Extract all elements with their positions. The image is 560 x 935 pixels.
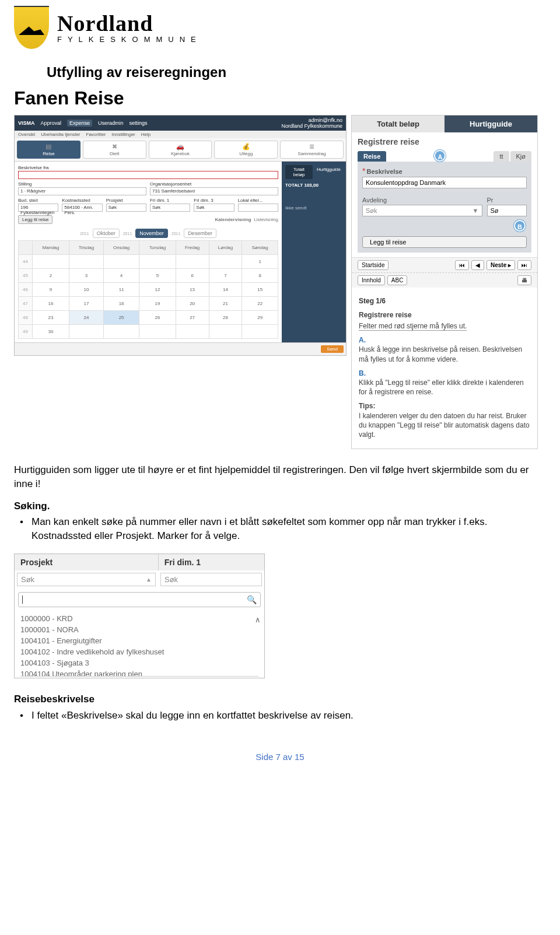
nav-first[interactable]: ⏮	[455, 260, 469, 270]
budsted-input[interactable]: 196 Fylkestannlegen	[18, 204, 58, 212]
brand-name: Nordland	[57, 12, 202, 34]
list-item[interactable]: 1004104 Uteområder parkering plen	[20, 668, 258, 677]
beskrivelse-input[interactable]	[18, 171, 278, 179]
app-brand: VISMA	[18, 120, 35, 126]
guide-beskrivelse-input[interactable]: Konsulentoppdrag Danmark	[362, 177, 527, 188]
drop-sok-dim1[interactable]: Søk	[160, 573, 262, 586]
calendar[interactable]: MandagTirsdagOnsdag TorsdagFredagLørdagS…	[18, 240, 278, 339]
view-kalender[interactable]: Kalendervisning	[215, 217, 251, 222]
marker-a-icon: A	[434, 150, 446, 162]
book-icon: ▤	[19, 143, 79, 150]
guide-legg-til-button[interactable]: Legg til reise	[362, 236, 527, 248]
legg-til-reise-button[interactable]: Legg til reise	[18, 215, 52, 224]
guide-tab-total[interactable]: Totalt beløp	[352, 115, 444, 132]
guide-subtab-other[interactable]: tt	[494, 151, 509, 162]
month-prev[interactable]: Oktober	[93, 229, 120, 238]
side-tab-guide[interactable]: Hurtigguide	[315, 165, 342, 179]
soking-bullet: Man kan enkelt søke på nummer eller navn…	[32, 515, 546, 543]
kostnadssted-input[interactable]: 584100 · Ann. Pers.	[62, 204, 102, 212]
drop-col-dim1: Fri dim. 1	[159, 554, 264, 570]
nav-innhold[interactable]: Innhold	[358, 275, 385, 285]
coins-icon: 💰	[216, 143, 276, 150]
list-item[interactable]: 1004101 - Energiutgifter	[20, 635, 258, 646]
dim3-input[interactable]: Søk	[194, 204, 234, 212]
guide-tab-hurtig[interactable]: Hurtigguide	[444, 115, 537, 132]
orgenhet-select[interactable]: 731 Samferdselsavd	[150, 187, 278, 195]
view-liste[interactable]: Listevisning	[254, 217, 278, 222]
guide-subtab-reise[interactable]: Reise	[358, 151, 386, 162]
drop-search-input[interactable]: 🔍	[18, 592, 261, 607]
list-item[interactable]: 1004102 - Indre vedlikehold av fylkeshus…	[20, 646, 258, 657]
guide-subtab-kjo[interactable]: Kjø	[510, 151, 532, 162]
brand-subtitle: FYLKESKOMMUNE	[57, 36, 202, 43]
top-tab[interactable]: settings	[130, 120, 148, 126]
shield-logo	[14, 6, 49, 49]
list-icon: ≣	[282, 143, 342, 150]
marker-b-icon: B	[514, 220, 526, 232]
top-tab[interactable]: Approval	[41, 120, 62, 126]
nav-prev[interactable]: ◀	[471, 260, 484, 270]
drop-col-prosjekt: Prosjekt	[15, 554, 159, 570]
dim1-input[interactable]: Søk	[150, 204, 190, 212]
toolbar-diett[interactable]: ✖Diett	[83, 141, 146, 159]
sub-tab[interactable]: Favoritter	[86, 132, 106, 137]
org-name: Nordland Fylkeskommune	[281, 123, 342, 129]
guide-a-body: Husk å legge inn beskrivelse på reisen. …	[359, 345, 522, 363]
guide-tips-head: Tips:	[359, 402, 375, 410]
label-lokal: Lokal eller...	[238, 198, 278, 203]
label-beskrivelse: Beskrivelse fra	[18, 165, 278, 170]
hurtigguide-panel: Totalt beløp Hurtigguide Registrere reis…	[351, 115, 538, 449]
guide-step: Steg 1/6	[359, 297, 530, 305]
label-stilling: Stilling	[18, 181, 146, 187]
top-tab[interactable]: Useradmin	[98, 120, 124, 126]
toolbar-kjorebok[interactable]: 🚗Kjørebok	[149, 141, 212, 159]
guide-a-head: A.	[359, 336, 366, 344]
list-item[interactable]: 1000001 - NORA	[20, 624, 258, 635]
list-item[interactable]: 1004103 - Sjøgata 3	[20, 657, 258, 668]
sub-tab[interactable]: Oversikt	[18, 132, 35, 137]
guide-label-pr: Pr	[487, 197, 527, 204]
chevron-up-icon: ▲	[146, 576, 152, 583]
prosjekt-dropdown-screenshot: Prosjekt Fri dim. 1 Søk▲ Søk 🔍 ∧ 1000000…	[14, 554, 265, 678]
guide-tips-body: I kalenderen velger du den datoen du har…	[359, 412, 530, 439]
toolbar-reise[interactable]: ▤Reise	[17, 141, 80, 159]
guide-label-beskrivelse: Beskrivelse	[366, 168, 402, 175]
send-button[interactable]: Send	[321, 345, 344, 353]
guide-avdeling-select[interactable]: Søk▼	[362, 205, 482, 216]
drop-sok-prosjekt[interactable]: Søk▲	[17, 573, 156, 586]
nav-abc[interactable]: ABC	[387, 275, 408, 285]
soking-heading: Søking.	[14, 499, 546, 513]
label-kostnadssted: Kostnadssted	[62, 198, 102, 203]
nav-startside[interactable]: Startside	[358, 260, 388, 270]
label-budsted: Bud. sted	[18, 198, 58, 203]
sub-tab[interactable]: Innstillinger	[111, 132, 135, 137]
top-tab[interactable]: Expense	[67, 120, 92, 127]
print-icon[interactable]: 🖶	[517, 275, 531, 285]
label-prosjekt: Prosjekt	[106, 198, 146, 203]
label-orgenhet: Organisasjonsenhet	[150, 181, 278, 187]
month-next[interactable]: Desember	[184, 229, 216, 238]
page-footer: Side 7 av 15	[14, 752, 546, 762]
guide-pr-input[interactable]: Sø	[487, 205, 527, 216]
sub-tab[interactable]: Help	[141, 132, 150, 137]
reisebeskrivelse-heading: Reisebeskrivelse	[14, 692, 546, 706]
user-email: admin@nfk.no	[281, 117, 342, 123]
reisebeskrivelse-bullet: I feltet «Beskrivelse» skal du legge inn…	[32, 709, 546, 723]
side-tab-total[interactable]: Totalt beløp	[285, 165, 313, 179]
scroll-up-icon[interactable]: ∧	[255, 614, 261, 625]
lokal-input[interactable]	[238, 204, 278, 212]
toolbar-utlegg[interactable]: 💰Utlegg	[214, 141, 278, 159]
prosjekt-input[interactable]: Søk	[106, 204, 146, 212]
body-paragraph-1: Hurtigguiden som ligger ute til høyre er…	[14, 463, 546, 491]
search-icon: 🔍	[247, 595, 257, 604]
nav-last[interactable]: ⏭	[517, 260, 531, 270]
guide-subhead: Registrere reise	[359, 311, 530, 319]
nav-neste[interactable]: Neste ▸	[487, 260, 515, 270]
guide-title: Registrere reise	[358, 137, 531, 146]
toolbar-sammendrag[interactable]: ≣Sammendrag	[280, 141, 344, 159]
sub-tab[interactable]: Ubehandla tjenster	[41, 132, 80, 137]
month-current[interactable]: November	[135, 229, 168, 238]
list-item[interactable]: 1000000 - KRD	[20, 613, 258, 624]
cutlery-icon: ✖	[85, 143, 145, 150]
stilling-select[interactable]: 1 · Rådgiver	[18, 187, 146, 195]
